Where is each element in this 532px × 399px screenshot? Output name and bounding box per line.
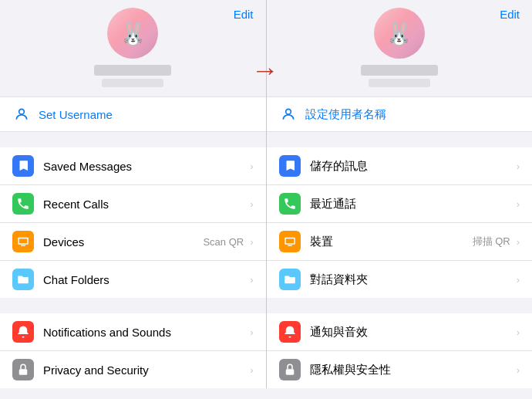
right-notifications[interactable]: 通知與音效 › xyxy=(267,313,533,351)
left-devices[interactable]: Devices Scan QR › xyxy=(0,223,266,261)
left-privacy[interactable]: Privacy and Security › xyxy=(0,351,266,388)
right-name-placeholder xyxy=(361,65,438,76)
right-calls-icon xyxy=(279,193,301,215)
left-notifications-chevron: › xyxy=(250,326,253,338)
right-folders-icon xyxy=(279,269,301,290)
right-notifications-chevron: › xyxy=(517,326,520,338)
right-folders-label: 對話資料夾 xyxy=(310,272,513,287)
left-devices-chevron: › xyxy=(250,236,253,248)
svg-rect-2 xyxy=(19,238,28,243)
right-calls-label: 最近通話 xyxy=(310,197,513,211)
left-set-username[interactable]: Set Username xyxy=(0,97,266,131)
svg-rect-4 xyxy=(19,369,28,375)
left-name-placeholder xyxy=(94,65,171,76)
svg-rect-7 xyxy=(285,238,294,243)
svg-rect-9 xyxy=(285,369,294,375)
left-username-label: Set Username xyxy=(39,108,113,121)
left-privacy-label: Privacy and Security xyxy=(43,363,247,377)
left-devices-badge: Scan QR xyxy=(203,236,244,248)
left-folders-label: Chat Folders xyxy=(43,273,247,286)
right-folders-chevron: › xyxy=(517,274,520,286)
right-chat-folders[interactable]: 對話資料夾 › xyxy=(267,261,533,298)
left-folders-icon xyxy=(12,269,34,290)
right-phone-placeholder xyxy=(369,79,430,87)
transition-arrow: → xyxy=(251,54,279,86)
right-avatar: 🐰 xyxy=(374,8,425,59)
right-privacy-chevron: › xyxy=(517,364,520,376)
left-avatar: 🐰 xyxy=(107,8,158,59)
right-username-label: 設定使用者名稱 xyxy=(305,107,386,122)
left-notifications-icon xyxy=(12,321,34,343)
left-saved-label: Saved Messages xyxy=(43,160,247,173)
left-saved-chevron: › xyxy=(250,161,253,172)
left-notifications[interactable]: Notifications and Sounds › xyxy=(0,313,266,351)
left-calls-icon xyxy=(12,193,34,215)
right-calls-chevron: › xyxy=(517,198,520,210)
left-recent-calls[interactable]: Recent Calls › xyxy=(0,185,266,223)
right-saved-messages[interactable]: 儲存的訊息 › xyxy=(267,147,533,185)
right-recent-calls[interactable]: 最近通話 › xyxy=(267,185,533,223)
left-calls-chevron: › xyxy=(250,198,253,210)
svg-rect-3 xyxy=(21,245,25,246)
left-notifications-label: Notifications and Sounds xyxy=(43,326,247,339)
right-edit-button[interactable]: Edit xyxy=(500,8,520,21)
svg-point-0 xyxy=(19,109,25,114)
right-menu-group-1: 儲存的訊息 › 最近通話 › 裝置 掃描 QR › xyxy=(267,147,533,298)
left-folders-chevron: › xyxy=(250,274,253,286)
svg-rect-8 xyxy=(288,245,292,246)
right-set-username[interactable]: 設定使用者名稱 xyxy=(267,97,533,131)
svg-point-5 xyxy=(285,109,291,114)
left-phone-placeholder xyxy=(102,79,163,87)
left-username-icon xyxy=(12,105,31,123)
right-privacy[interactable]: 隱私權與安全性 › xyxy=(267,351,533,388)
right-saved-icon xyxy=(279,155,301,177)
right-menu-group-2: 通知與音效 › 隱私權與安全性 › xyxy=(267,313,533,388)
right-devices-label: 裝置 xyxy=(310,235,473,249)
left-saved-messages[interactable]: Saved Messages › xyxy=(0,147,266,185)
left-chat-folders[interactable]: Chat Folders › xyxy=(0,261,266,298)
right-devices[interactable]: 裝置 掃描 QR › xyxy=(267,223,533,261)
right-devices-chevron: › xyxy=(517,236,520,248)
left-devices-icon xyxy=(12,231,34,252)
right-notifications-label: 通知與音效 xyxy=(310,325,513,340)
right-saved-label: 儲存的訊息 xyxy=(310,159,513,174)
right-saved-chevron: › xyxy=(517,161,520,172)
left-devices-label: Devices xyxy=(43,235,203,249)
left-menu-group-1: Saved Messages › Recent Calls › Devices … xyxy=(0,147,266,298)
right-privacy-icon xyxy=(279,359,301,380)
left-edit-button[interactable]: Edit xyxy=(234,8,254,21)
right-devices-badge: 掃描 QR xyxy=(473,235,510,249)
left-privacy-icon xyxy=(12,359,34,380)
left-privacy-chevron: › xyxy=(250,364,253,376)
right-notifications-icon xyxy=(279,321,301,343)
left-menu-group-2: Notifications and Sounds › Privacy and S… xyxy=(0,313,266,388)
right-username-icon xyxy=(279,105,298,123)
right-devices-icon xyxy=(279,231,301,252)
right-privacy-label: 隱私權與安全性 xyxy=(310,363,513,377)
left-calls-label: Recent Calls xyxy=(43,198,247,211)
left-saved-icon xyxy=(12,155,34,177)
